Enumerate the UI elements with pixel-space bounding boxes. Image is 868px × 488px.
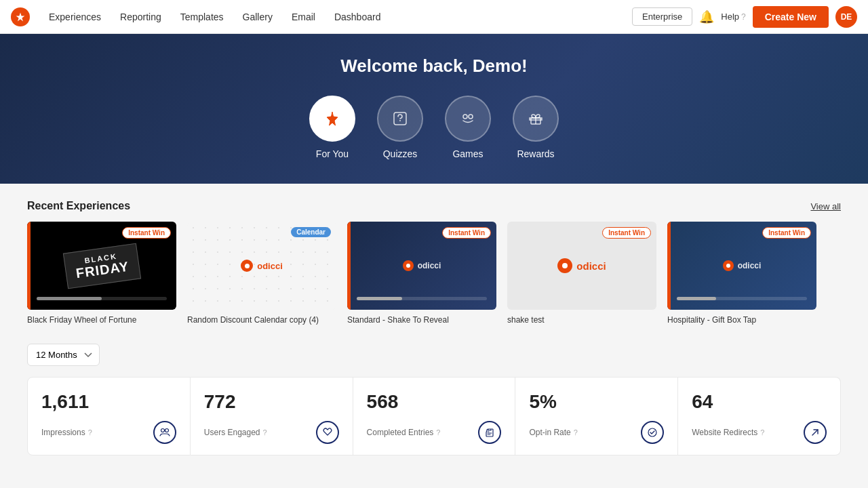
exp-title-1: Black Friday Wheel of Fortune <box>27 315 176 325</box>
svg-point-5 <box>469 115 473 119</box>
for-you-label: For You <box>316 148 349 159</box>
nav-dashboard[interactable]: Dashboard <box>326 7 389 26</box>
svg-point-8 <box>165 429 168 432</box>
recent-experiences-title: Recent Experiences <box>27 200 130 212</box>
nav-experiences[interactable]: Experiences <box>41 7 109 26</box>
impressions-label-row: Impressions ? <box>41 421 176 444</box>
opt-in-rate-value: 5% <box>529 391 664 413</box>
impressions-value: 1,611 <box>41 391 176 413</box>
cat-quizzes[interactable]: Quizzes <box>377 96 423 159</box>
main-content: Recent Experiences View all BLACK FRIDAY <box>0 184 868 485</box>
badge-instant-win-5: Instant Win <box>762 227 811 239</box>
impressions-label: Impressions ? <box>41 428 92 437</box>
hero-categories: For You Quizzes Games <box>11 96 857 159</box>
svg-point-7 <box>161 429 164 432</box>
exp-title-5: Hospitality - Gift Box Tap <box>667 315 816 325</box>
cat-for-you[interactable]: For You <box>309 96 355 159</box>
create-new-button[interactable]: Create New <box>753 6 829 28</box>
for-you-icon <box>309 96 355 142</box>
completed-entries-value: 568 <box>367 391 502 413</box>
nav-gallery[interactable]: Gallery <box>235 7 281 26</box>
svg-point-3 <box>399 120 401 121</box>
users-engaged-value: 772 <box>204 391 339 413</box>
app-logo[interactable] <box>11 7 30 26</box>
svg-point-9 <box>648 428 656 436</box>
enterprise-button[interactable]: Enterprise <box>632 7 692 26</box>
period-select[interactable]: 12 Months 6 Months 3 Months 30 Days 7 Da… <box>27 344 100 366</box>
impressions-icon <box>153 421 176 444</box>
opt-in-rate-info-icon[interactable]: ? <box>574 428 578 436</box>
badge-instant-win-4: Instant Win <box>602 227 651 239</box>
website-redirects-label: Website Redirects ? <box>692 428 764 437</box>
exp-title-3: Standard - Shake To Reveal <box>347 315 496 325</box>
black-friday-card[interactable]: BLACK FRIDAY Instant Win Black Friday Wh… <box>27 222 176 325</box>
quizzes-label: Quizzes <box>383 148 418 159</box>
stat-opt-in-rate: 5% Opt-in Rate ? <box>515 377 678 455</box>
calendar-card[interactable]: odicci Calendar Random Discount Calendar… <box>187 222 336 325</box>
website-redirects-value: 64 <box>692 391 827 413</box>
cat-games[interactable]: Games <box>445 96 491 159</box>
opt-in-rate-label: Opt-in Rate ? <box>529 428 577 437</box>
nav-templates[interactable]: Templates <box>172 7 232 26</box>
calendar-thumb: odicci Calendar <box>187 222 336 310</box>
nav-reporting[interactable]: Reporting <box>112 7 170 26</box>
view-all-link[interactable]: View all <box>810 201 841 211</box>
help-link[interactable]: Help ? <box>721 12 745 22</box>
users-engaged-info-icon[interactable]: ? <box>263 428 267 436</box>
games-icon <box>445 96 491 142</box>
navbar: Experiences Reporting Templates Gallery … <box>0 0 868 34</box>
quizzes-icon <box>377 96 423 142</box>
completed-entries-icon <box>478 421 501 444</box>
stat-website-redirects: 64 Website Redirects ? <box>678 377 841 455</box>
users-engaged-icon <box>316 421 339 444</box>
user-avatar[interactable]: DE <box>835 6 857 28</box>
stat-users-engaged: 772 Users Engaged ? <box>191 377 353 455</box>
nav-links: Experiences Reporting Templates Gallery … <box>41 7 632 26</box>
experiences-grid: BLACK FRIDAY Instant Win Black Friday Wh… <box>27 222 841 325</box>
svg-marker-0 <box>16 12 25 21</box>
opt-in-rate-icon <box>641 421 664 444</box>
users-engaged-label-row: Users Engaged ? <box>204 421 339 444</box>
games-label: Games <box>452 148 483 159</box>
nav-right: Enterprise 🔔 Help ? Create New DE <box>632 6 857 28</box>
cat-rewards[interactable]: Rewards <box>513 96 559 159</box>
shake-thumb: odicci Instant Win <box>347 222 496 310</box>
website-redirects-info-icon[interactable]: ? <box>760 428 764 436</box>
website-redirects-label-row: Website Redirects ? <box>692 421 827 444</box>
filter-row: 12 Months 6 Months 3 Months 30 Days 7 Da… <box>27 344 841 366</box>
shake-card[interactable]: odicci Instant Win Standard - Shake To R… <box>347 222 496 325</box>
shake-test-card[interactable]: odicci Instant Win shake test <box>507 222 656 325</box>
completed-entries-info-icon[interactable]: ? <box>436 428 440 436</box>
exp-title-4: shake test <box>507 315 656 325</box>
stats-row: 1,611 Impressions ? 772 Us <box>27 377 841 455</box>
svg-point-4 <box>463 115 467 119</box>
help-question-icon: ? <box>741 12 746 22</box>
stat-completed-entries: 568 Completed Entries ? <box>353 377 516 455</box>
completed-entries-label: Completed Entries ? <box>367 428 441 437</box>
badge-instant-win-1: Instant Win <box>122 227 171 239</box>
hero-banner: Welcome back, Demo! For You Quizzes <box>0 34 868 184</box>
nav-email[interactable]: Email <box>283 7 323 26</box>
stat-impressions: 1,611 Impressions ? <box>27 377 191 455</box>
rewards-label: Rewards <box>517 148 554 159</box>
website-redirects-icon <box>804 421 827 444</box>
badge-calendar-2: Calendar <box>291 227 331 237</box>
notifications-icon[interactable]: 🔔 <box>699 9 714 24</box>
black-friday-thumb: BLACK FRIDAY Instant Win <box>27 222 176 310</box>
badge-instant-win-3: Instant Win <box>442 227 491 239</box>
opt-in-rate-label-row: Opt-in Rate ? <box>529 421 664 444</box>
shake-test-thumb: odicci Instant Win <box>507 222 656 310</box>
impressions-info-icon[interactable]: ? <box>88 428 92 436</box>
completed-entries-label-row: Completed Entries ? <box>367 421 502 444</box>
gift-box-card[interactable]: odicci Instant Win Hospitality - Gift Bo… <box>667 222 816 325</box>
gift-box-thumb: odicci Instant Win <box>667 222 816 310</box>
recent-experiences-header: Recent Experiences View all <box>27 200 841 212</box>
rewards-icon <box>513 96 559 142</box>
users-engaged-label: Users Engaged ? <box>204 428 267 437</box>
hero-title: Welcome back, Demo! <box>11 56 857 77</box>
exp-title-2: Random Discount Calendar copy (4) <box>187 315 336 325</box>
